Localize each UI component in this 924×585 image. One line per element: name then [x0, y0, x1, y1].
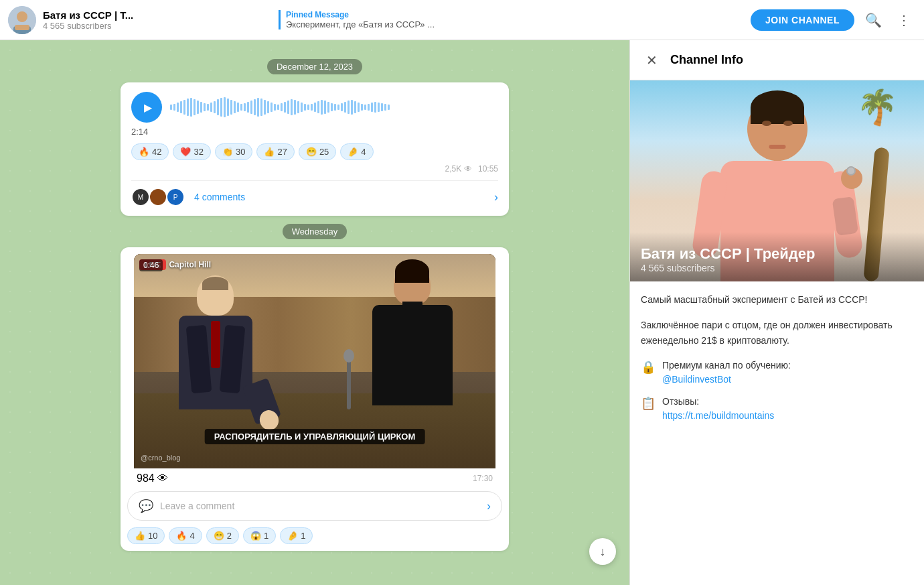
- pinned-text: Эксперимент, где «Батя из СССР» ...: [286, 19, 460, 29]
- comment-input-row[interactable]: 💬 Leave a comment ›: [127, 491, 502, 521]
- comment-arrow-icon[interactable]: ›: [487, 499, 491, 513]
- commenter-avatar-3: P: [166, 188, 185, 206]
- audio-message-card: 2:14 🔥42❤️32👏30👍27😁25🤌4 2,5K 👁 10:55 M P…: [121, 82, 509, 216]
- video-reaction-item[interactable]: 🤌1: [280, 527, 313, 544]
- video-watermark: @crno_blog: [141, 454, 180, 462]
- person1-hair: [202, 277, 228, 290]
- channel-info[interactable]: Батя из СССР | Т... 4 565 subscribers: [43, 9, 272, 31]
- chat-area[interactable]: December 12, 2023 2:14 🔥42❤️32👏30👍27😁25🤌…: [0, 40, 629, 585]
- ring: [846, 166, 856, 176]
- reaction-item[interactable]: 🔥42: [131, 143, 169, 160]
- video-reaction-item[interactable]: 😱1: [243, 527, 276, 544]
- right-eye: [783, 121, 793, 126]
- reaction-item[interactable]: 😁25: [299, 143, 336, 160]
- person2-top: [372, 305, 453, 405]
- channel-photo: 🌴: [630, 80, 924, 281]
- video-message-card: LIVE Capitol Hill 0:46 РАСПОРЯДИТЕЛЬ И У…: [121, 247, 509, 551]
- pinned-label: Pinned Message: [286, 10, 744, 19]
- search-icon[interactable]: 🔍: [861, 8, 885, 32]
- pinned-message[interactable]: Pinned Message Эксперимент, где «Батя из…: [279, 10, 744, 29]
- channel-subscribers: 4 565 subscribers: [43, 21, 272, 31]
- description-2: Заключённое пари с отцом, где он должен …: [641, 318, 913, 348]
- comment-bubble-icon: 💬: [139, 499, 153, 513]
- panel-header: ✕ Channel Info: [630, 40, 924, 80]
- description-1: Самый масштабный эксперимент с Батей из …: [641, 292, 913, 307]
- person2-neckline: [402, 302, 422, 310]
- right-panel: ✕ Channel Info 🌴: [629, 40, 924, 585]
- audio-duration: 2:14: [131, 127, 498, 137]
- microphone-stick: [347, 356, 351, 409]
- waveform: [170, 96, 498, 118]
- video-duration-badge: 0:46: [139, 259, 163, 271]
- comment-avatars-group: M P 4 comments: [131, 188, 245, 206]
- svg-point-1: [17, 11, 27, 22]
- reaction-item[interactable]: 👍27: [256, 143, 294, 160]
- person-hair: [751, 90, 804, 124]
- join-channel-button[interactable]: JOIN CHANNEL: [751, 9, 854, 31]
- date-badge-1: December 12, 2023: [11, 59, 619, 74]
- person1-head: [197, 275, 234, 316]
- video-thumbnail[interactable]: LIVE Capitol Hill 0:46 РАСПОРЯДИТЕЛЬ И У…: [134, 254, 495, 486]
- video-reaction-item[interactable]: 😁2: [206, 527, 239, 544]
- channel-avatar[interactable]: [8, 6, 36, 34]
- premium-text-block: Премиум канал по обучению: @BuildinvestB…: [662, 359, 791, 387]
- more-icon[interactable]: ⋮: [892, 8, 916, 32]
- tattoo: [832, 196, 858, 236]
- comment-placeholder[interactable]: Leave a comment: [160, 501, 480, 511]
- date-badge-2: Wednesday: [11, 224, 619, 239]
- mouth: [769, 145, 785, 149]
- left-eye: [762, 121, 771, 126]
- reaction-item[interactable]: ❤️32: [173, 143, 210, 160]
- commenter-avatar-1: M: [131, 188, 150, 206]
- video-time: 17:30: [473, 474, 493, 483]
- microphone-head: [343, 349, 354, 363]
- premium-link-row: 🔒 Премиум канал по обучению: @Buildinves…: [641, 359, 913, 387]
- topbar: Батя из СССР | Т... 4 565 subscribers Pi…: [0, 0, 924, 40]
- svg-rect-3: [15, 25, 29, 30]
- channel-name: Батя из СССР | Т...: [43, 9, 272, 21]
- reviews-icon: 📋: [641, 396, 656, 411]
- channel-subs-overlay: 4 565 subscribers: [641, 263, 913, 273]
- person2-hair: [395, 259, 429, 283]
- person2-head: [394, 265, 431, 305]
- reactions-row: 🔥42❤️32👏30👍27😁25🤌4: [131, 143, 498, 160]
- person1-lapel-r: [219, 325, 245, 393]
- message-meta: 2,5K 👁 10:55: [131, 164, 498, 174]
- video-subtitle: РАСПОРЯДИТЕЛЬ И УПРАВЛЯЮЩИЙ ЦИРКОМ: [205, 429, 425, 444]
- channel-name-overlay: Батя из СССР | Трейдер: [641, 245, 913, 263]
- panel-body: Самый масштабный эксперимент с Батей из …: [630, 281, 924, 585]
- video-meta: 984 👁 17:30: [134, 468, 495, 486]
- video-location: Capitol Hill: [169, 260, 211, 269]
- reaction-item[interactable]: 🤌4: [340, 143, 373, 160]
- scroll-down-button[interactable]: ↓: [589, 538, 616, 565]
- chevron-right-icon[interactable]: ›: [494, 190, 498, 204]
- main-layout: December 12, 2023 2:14 🔥42❤️32👏30👍27😁25🤌…: [0, 40, 924, 585]
- video-reaction-item[interactable]: 🔥4: [169, 527, 202, 544]
- audio-row: [131, 92, 498, 123]
- video-views: 984 👁: [137, 472, 168, 484]
- reaction-item[interactable]: 👏30: [215, 143, 252, 160]
- reviews-link[interactable]: https://t.me/buildmountains: [662, 410, 774, 421]
- premium-icon: 🔒: [641, 360, 656, 375]
- person1-lapel-l: [185, 325, 212, 393]
- person1-tie: [211, 321, 220, 368]
- video-reactions: 👍10🔥4😁2😱1🤌1: [127, 527, 502, 544]
- video-reaction-item[interactable]: 👍10: [127, 527, 165, 544]
- message-time: 10:55: [478, 164, 498, 174]
- reviews-text-block: Отзывы: https://t.me/buildmountains: [662, 395, 774, 423]
- person1-suit: [179, 316, 252, 409]
- comments-count[interactable]: 4 comments: [194, 192, 245, 202]
- panel-close-button[interactable]: ✕: [641, 50, 662, 71]
- panel-title: Channel Info: [670, 53, 743, 67]
- view-count: 2,5K 👁: [445, 164, 474, 174]
- commenter-avatar-2: [149, 188, 167, 206]
- comments-row[interactable]: M P 4 comments ›: [131, 180, 498, 206]
- person-head: [747, 97, 807, 161]
- premium-link[interactable]: @BuildinvestBot: [662, 374, 731, 385]
- channel-info-overlay: Батя из СССР | Трейдер 4 565 subscribers: [630, 232, 924, 281]
- reviews-link-row: 📋 Отзывы: https://t.me/buildmountains: [641, 395, 913, 423]
- play-button[interactable]: [131, 92, 162, 123]
